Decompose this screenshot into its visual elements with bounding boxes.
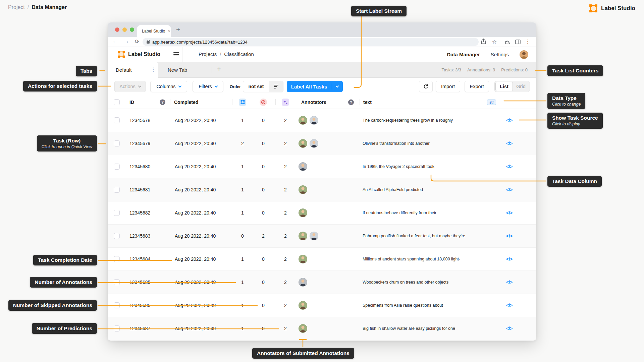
table-row[interactable]: 12345678 Aug 20 2022, 20:40 1 0 2 The ca… — [108, 109, 536, 132]
table-row[interactable]: 12345686 Aug 20 2022, 20:40 1 0 2 Specim… — [108, 294, 536, 317]
show-source-icon[interactable]: </> — [506, 233, 513, 239]
share-icon[interactable] — [481, 39, 486, 44]
skipped-count: 0 — [258, 210, 268, 216]
tab-new-tab[interactable]: New Tab — [158, 62, 212, 78]
row-checkbox[interactable] — [114, 210, 120, 216]
task-text: In 1989, the Voyager 2 spacecraft took — [363, 164, 434, 169]
avatar — [299, 185, 307, 194]
reload-icon[interactable]: ⟳ — [135, 38, 139, 45]
row-checkbox[interactable] — [114, 187, 120, 193]
table-row[interactable]: 12345681 Aug 20 2022, 20:40 1 0 2 An AI … — [108, 178, 536, 201]
annotator-avatars — [299, 208, 307, 217]
refresh-button[interactable] — [419, 81, 433, 92]
show-source-icon[interactable]: </> — [506, 187, 513, 192]
sort-icon[interactable] — [269, 81, 283, 92]
task-completed-date: Aug 20 2022, 20:40 — [175, 141, 216, 146]
show-source-icon[interactable]: </> — [506, 326, 513, 331]
show-source-icon[interactable]: </> — [506, 256, 513, 262]
show-source-icon[interactable]: </> — [506, 118, 513, 123]
filters-button[interactable]: Filters — [193, 81, 223, 92]
task-id: 12345682 — [129, 210, 150, 216]
table-row[interactable]: 12345683 Aug 20 2022, 20:40 0 2 2 Pahrum… — [108, 225, 536, 248]
label-all-tasks-button[interactable]: Label All Tasks — [287, 81, 343, 92]
annotator-avatars — [299, 255, 307, 263]
annotations-count: 2 — [237, 141, 248, 146]
back-icon[interactable]: ← — [112, 38, 118, 44]
import-button[interactable]: Import — [436, 81, 460, 92]
close-window-button[interactable] — [115, 27, 119, 32]
extensions-icon[interactable] — [505, 40, 510, 45]
table-row[interactable]: 12345682 Aug 20 2022, 20:40 1 0 2 If neu… — [108, 201, 536, 225]
task-completed-date: Aug 20 2022, 20:40 — [175, 187, 216, 192]
table-row[interactable]: 12345680 Aug 20 2022, 20:40 1 0 2 In 198… — [108, 155, 536, 178]
row-checkbox[interactable] — [114, 302, 120, 308]
help-icon[interactable]: ? — [348, 99, 354, 105]
callout-tabs: Tabs — [76, 66, 97, 76]
table-row[interactable]: 12345684 Aug 20 2022, 20:40 1 0 2 Millio… — [108, 248, 536, 271]
browser-menu-icon[interactable]: ⋮ — [525, 39, 530, 45]
annotator-avatars — [299, 116, 318, 125]
columns-button[interactable]: Columns — [150, 81, 187, 92]
table-row[interactable]: 12345687 Aug 20 2022, 20:40 1 0 2 Big fi… — [108, 317, 536, 340]
task-completed-date: Aug 20 2022, 20:40 — [175, 233, 216, 239]
browser-window: Label Studio × + ← → ⟳ app.heartex.com/p… — [108, 22, 536, 341]
row-checkbox[interactable] — [114, 164, 120, 170]
show-source-icon[interactable]: </> — [506, 164, 513, 169]
row-checkbox[interactable] — [114, 256, 120, 262]
bookmark-star-icon[interactable]: ☆ — [492, 39, 497, 45]
column-divider — [275, 99, 276, 105]
add-tab-icon[interactable]: + — [217, 65, 221, 73]
callout-task-row-sub: Click to open in Quick View — [42, 144, 92, 149]
row-checkbox[interactable] — [114, 233, 120, 239]
order-button[interactable]: not set — [243, 81, 283, 92]
order-label: Order — [230, 78, 241, 96]
avatar — [299, 116, 307, 125]
list-view-button[interactable]: List — [495, 82, 513, 91]
minimize-window-button[interactable] — [122, 27, 127, 32]
table-row[interactable]: 12345679 Aug 20 2022, 20:40 2 0 2 Olivin… — [108, 132, 536, 155]
tab-options-icon[interactable]: ⋮ — [151, 66, 156, 73]
row-checkbox[interactable] — [114, 117, 120, 123]
avatar — [310, 116, 318, 125]
tab-close-icon[interactable]: × — [168, 28, 171, 34]
chevron-down-icon — [214, 84, 218, 87]
hamburger-menu-icon[interactable] — [173, 52, 179, 58]
show-source-icon[interactable]: </> — [506, 280, 513, 285]
row-checkbox[interactable] — [114, 140, 120, 146]
breadcrumb-project-link[interactable]: Project — [8, 4, 25, 10]
grid-view-button[interactable]: Grid — [513, 84, 529, 89]
data-type-badge[interactable]: str — [487, 99, 496, 105]
nav-data-manager[interactable]: Data Manager — [447, 52, 480, 57]
forward-icon[interactable]: → — [124, 38, 129, 44]
column-divider — [254, 99, 254, 105]
row-checkbox[interactable] — [114, 279, 120, 285]
tab-new-tab-label: New Tab — [168, 67, 187, 73]
show-source-icon[interactable]: </> — [506, 303, 513, 308]
callout-task-row-title: Task (Row) — [53, 138, 81, 143]
select-all-checkbox[interactable] — [114, 99, 120, 105]
side-panel-icon[interactable] — [515, 40, 521, 44]
nav-projects-link[interactable]: Projects — [199, 51, 217, 57]
new-tab-icon[interactable]: + — [176, 25, 180, 34]
task-completed-date: Aug 20 2022, 20:40 — [175, 164, 216, 169]
column-divider — [360, 99, 360, 105]
task-text: The carbon-sequestering trees grow in a … — [363, 118, 453, 123]
address-bar[interactable]: app.heartex.com/projects/123456/data?tab… — [143, 38, 479, 46]
user-avatar[interactable] — [520, 50, 528, 59]
nav-settings[interactable]: Settings — [491, 52, 509, 57]
show-source-icon[interactable]: </> — [506, 210, 513, 216]
actions-button[interactable]: Actions — [114, 81, 146, 92]
help-icon[interactable]: ? — [160, 99, 165, 105]
show-source-icon[interactable]: </> — [506, 141, 513, 146]
header-text: text — [363, 100, 372, 105]
browser-tab[interactable]: Label Studio × — [137, 25, 171, 37]
zoom-window-button[interactable] — [130, 27, 134, 32]
table-header: ID ? Completed Annotators ? text str — [108, 96, 536, 109]
annotator-avatars — [299, 232, 318, 240]
dm-tab-strip: Default ⋮ New Tab + Tasks: 3/3 Annotatio… — [108, 62, 536, 78]
row-checkbox[interactable] — [114, 325, 120, 331]
export-button[interactable]: Export — [465, 81, 489, 92]
annotator-avatars — [299, 185, 307, 194]
predictions-count: 2 — [280, 326, 290, 331]
table-row[interactable]: 12345685 Aug 20 2022, 20:40 1 0 2 Woodpe… — [108, 271, 536, 294]
